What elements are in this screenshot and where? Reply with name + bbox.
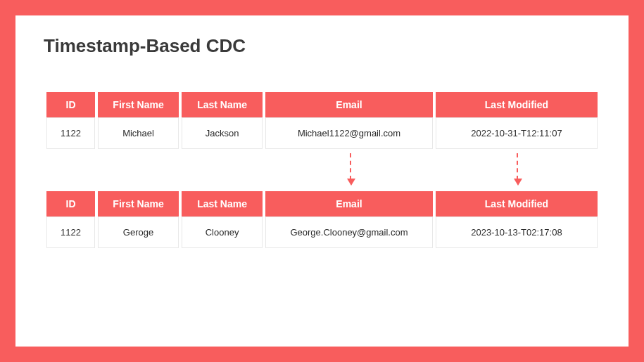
table-header-row: ID First Name Last Name Email Last Modif…: [46, 92, 598, 117]
table-after: ID First Name Last Name Email Last Modif…: [44, 191, 600, 248]
cell-last-name: Clooney: [182, 216, 263, 248]
col-header-first-name: First Name: [98, 191, 179, 216]
col-header-email: Email: [265, 191, 433, 216]
col-header-id: ID: [46, 92, 95, 117]
table-row: 1122 Geroge Clooney George.Clooney@gmail…: [46, 216, 598, 248]
arrows-row: [44, 149, 600, 191]
change-arrow-icon: [350, 153, 351, 180]
cell-first-name: Geroge: [98, 216, 179, 248]
cell-last-modified: 2023-10-13-T02:17:08: [436, 216, 598, 248]
table-row: 1122 Michael Jackson Michael1122@gmail.c…: [46, 117, 598, 149]
table-before: ID First Name Last Name Email Last Modif…: [44, 92, 600, 149]
table-header-row: ID First Name Last Name Email Last Modif…: [46, 191, 598, 216]
diagram-canvas: Timestamp-Based CDC ID First Name Last N…: [15, 15, 629, 347]
col-header-email: Email: [265, 92, 433, 117]
col-header-last-modified: Last Modified: [436, 92, 598, 117]
cell-email: Michael1122@gmail.com: [265, 117, 433, 149]
cell-id: 1122: [46, 216, 95, 248]
change-arrow-icon: [517, 153, 518, 180]
col-header-last-name: Last Name: [182, 191, 263, 216]
cell-id: 1122: [46, 117, 95, 149]
col-header-first-name: First Name: [98, 92, 179, 117]
col-header-last-name: Last Name: [182, 92, 263, 117]
col-header-last-modified: Last Modified: [436, 191, 598, 216]
cell-last-modified: 2022-10-31-T12:11:07: [436, 117, 598, 149]
page-title: Timestamp-Based CDC: [44, 35, 600, 57]
before-table: ID First Name Last Name Email Last Modif…: [44, 92, 600, 149]
cell-last-name: Jackson: [182, 117, 263, 149]
col-header-id: ID: [46, 191, 95, 216]
cell-first-name: Michael: [98, 117, 179, 149]
after-table: ID First Name Last Name Email Last Modif…: [44, 191, 600, 248]
cell-email: George.Clooney@gmail.com: [265, 216, 433, 248]
